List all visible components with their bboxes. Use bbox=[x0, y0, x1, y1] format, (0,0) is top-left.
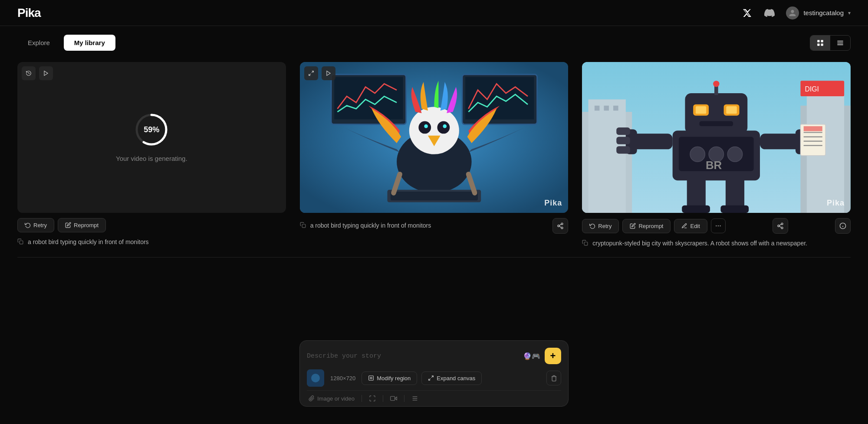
svg-rect-4 bbox=[837, 40, 843, 41]
svg-line-78 bbox=[779, 226, 782, 228]
eagle-thumbnail bbox=[300, 62, 569, 213]
svg-rect-38 bbox=[613, 106, 618, 111]
share-button-robot[interactable] bbox=[773, 218, 788, 234]
svg-point-26 bbox=[561, 223, 563, 225]
view-toggle bbox=[810, 35, 851, 51]
eagle-card-top-icons bbox=[304, 66, 335, 80]
prompt-input[interactable] bbox=[307, 352, 519, 360]
card-top-icons bbox=[22, 66, 53, 80]
svg-rect-68 bbox=[700, 121, 733, 127]
thumbnail-preview bbox=[307, 369, 324, 387]
modify-region-button[interactable]: Modify region bbox=[362, 372, 417, 385]
prompt-bottom-row: 1280×720 Modify region Expand canvas bbox=[307, 369, 561, 387]
twitter-icon[interactable] bbox=[741, 7, 753, 19]
svg-rect-37 bbox=[604, 106, 609, 111]
list-view-button[interactable] bbox=[830, 36, 850, 50]
svg-rect-50 bbox=[632, 134, 673, 149]
pika-watermark-eagle: Pika bbox=[544, 199, 562, 208]
svg-marker-87 bbox=[395, 397, 397, 400]
discord-icon[interactable] bbox=[763, 7, 776, 19]
svg-point-28 bbox=[561, 227, 563, 229]
chevron-down-icon: ▾ bbox=[848, 10, 851, 16]
card-prompt-gen: a robot bird typing quickly in front of … bbox=[17, 238, 286, 247]
header: Pika testingcatalog ▾ bbox=[0, 0, 868, 26]
retry-button-gen[interactable]: Retry bbox=[17, 218, 54, 232]
svg-point-85 bbox=[311, 374, 320, 382]
svg-rect-43 bbox=[682, 205, 710, 213]
attach-label: Image or video bbox=[317, 395, 355, 402]
svg-line-79 bbox=[779, 224, 782, 225]
my-library-tab[interactable]: My library bbox=[64, 35, 115, 51]
svg-line-29 bbox=[559, 226, 562, 228]
svg-rect-53 bbox=[617, 137, 631, 144]
svg-point-70 bbox=[713, 81, 719, 87]
reprompt-button-gen[interactable]: Reprompt bbox=[58, 218, 106, 232]
play-icon[interactable] bbox=[39, 66, 53, 80]
svg-rect-36 bbox=[595, 106, 600, 111]
content-divider bbox=[17, 257, 851, 258]
svg-text:DIGI: DIGI bbox=[805, 85, 819, 93]
svg-rect-33 bbox=[589, 99, 626, 213]
prompt-text-gen: a robot bird typing quickly in front of … bbox=[28, 238, 149, 247]
card-prompt-robot: cryptopunk-styled big city with skyscrap… bbox=[582, 239, 851, 248]
svg-rect-1 bbox=[821, 40, 823, 42]
generate-button[interactable]: + bbox=[545, 348, 561, 364]
edit-button-robot[interactable]: Edit bbox=[674, 219, 707, 233]
explore-tab[interactable]: Explore bbox=[17, 35, 60, 51]
footer-separator-2 bbox=[383, 395, 383, 402]
dots-menu-robot[interactable] bbox=[711, 219, 726, 233]
history-icon[interactable] bbox=[22, 66, 36, 80]
size-badge: 1280×720 bbox=[329, 375, 357, 382]
camera-button[interactable] bbox=[390, 395, 397, 402]
expand-icon-eagle[interactable] bbox=[304, 66, 318, 80]
fullscreen-button[interactable] bbox=[369, 395, 376, 402]
svg-point-49 bbox=[728, 147, 743, 162]
svg-point-72 bbox=[716, 225, 717, 227]
svg-rect-54 bbox=[617, 146, 631, 153]
emoji-icons[interactable]: 🔮 🎮 bbox=[523, 350, 541, 362]
footer-separator-1 bbox=[362, 395, 362, 402]
header-right: testingcatalog ▾ bbox=[741, 7, 851, 20]
prompt-text-robot: cryptopunk-styled big city with skyscrap… bbox=[592, 239, 807, 248]
video-preview-robot: DIGI bbox=[582, 62, 851, 213]
settings-button[interactable] bbox=[411, 395, 418, 402]
info-button-robot[interactable] bbox=[835, 218, 851, 234]
svg-rect-0 bbox=[817, 40, 819, 42]
svg-marker-24 bbox=[327, 71, 330, 76]
prompt-bar: 🔮 🎮 + 1280×720 Modify region Expand c bbox=[299, 340, 569, 407]
progress-percent: 59% bbox=[144, 125, 159, 134]
attach-button[interactable]: Image or video bbox=[309, 395, 355, 402]
user-menu[interactable]: testingcatalog ▾ bbox=[786, 7, 851, 20]
reprompt-button-robot[interactable]: Reprompt bbox=[622, 219, 671, 233]
svg-point-27 bbox=[558, 225, 559, 227]
logo: Pika bbox=[17, 6, 41, 20]
card-actions-generating: Retry Reprompt bbox=[17, 218, 286, 232]
svg-point-17 bbox=[409, 107, 459, 154]
card-prompt-eagle-inline: a robot bird typing quickly in front of … bbox=[300, 221, 549, 231]
play-icon-eagle[interactable] bbox=[322, 66, 335, 80]
svg-point-77 bbox=[781, 227, 783, 229]
video-preview-generating: 59% Your video is generating. bbox=[17, 62, 286, 213]
svg-point-20 bbox=[424, 124, 428, 128]
svg-rect-69 bbox=[714, 86, 718, 95]
copy-icon-robot[interactable] bbox=[582, 239, 588, 248]
delete-button[interactable] bbox=[546, 371, 561, 385]
copy-icon-gen[interactable] bbox=[17, 238, 23, 247]
svg-rect-2 bbox=[817, 43, 819, 46]
video-preview-eagle: Pika bbox=[300, 62, 569, 213]
nav: Explore My library bbox=[0, 26, 868, 58]
svg-point-74 bbox=[720, 225, 721, 227]
svg-rect-88 bbox=[391, 396, 395, 400]
retry-button-robot[interactable]: Retry bbox=[582, 219, 619, 233]
share-button-eagle[interactable] bbox=[552, 218, 568, 234]
card-actions-eagle: a robot bird typing quickly in front of … bbox=[300, 218, 569, 234]
grid-view-button[interactable] bbox=[810, 36, 830, 50]
avatar bbox=[786, 7, 799, 20]
svg-point-21 bbox=[443, 124, 447, 128]
svg-rect-52 bbox=[617, 127, 631, 135]
svg-text:BR: BR bbox=[706, 159, 722, 171]
expand-canvas-button[interactable]: Expand canvas bbox=[421, 372, 482, 385]
copy-icon-eagle[interactable] bbox=[300, 222, 306, 231]
progress-ring: 59% bbox=[134, 112, 169, 147]
svg-rect-67 bbox=[727, 106, 737, 114]
